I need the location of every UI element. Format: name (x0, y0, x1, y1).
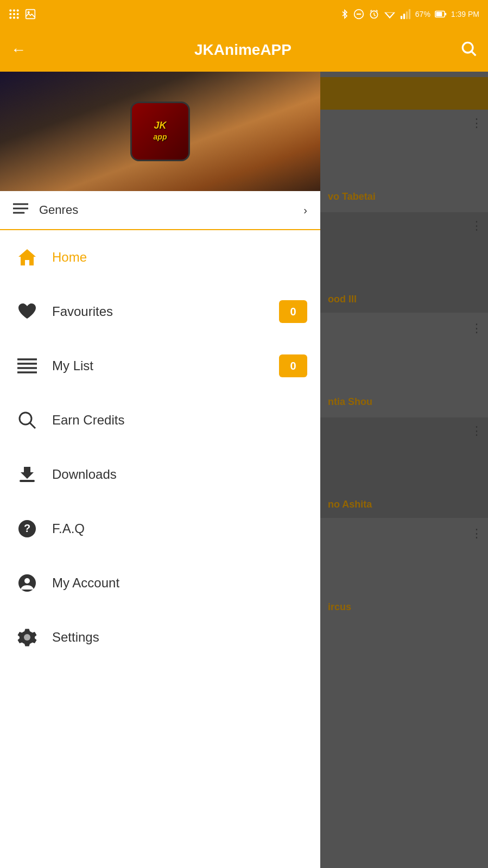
svg-line-35 (30, 423, 35, 428)
heart-icon (13, 297, 41, 326)
svg-point-6 (9, 17, 11, 19)
sidebar-item-earncredits-label: Earn Credits (52, 413, 307, 428)
svg-text:?: ? (24, 522, 30, 534)
status-left (9, 9, 36, 20)
settings-icon (13, 623, 41, 651)
svg-point-7 (13, 17, 15, 19)
earncredits-icon (13, 406, 41, 434)
sidebar-item-myaccount-label: My Account (52, 575, 307, 591)
svg-rect-18 (401, 16, 402, 19)
genres-label: Genres (39, 203, 303, 217)
sidebar-item-myaccount[interactable]: My Account (0, 556, 320, 610)
top-bar: ← JKAnimeAPP (0, 28, 488, 72)
svg-marker-36 (21, 467, 34, 479)
svg-point-34 (20, 413, 31, 425)
svg-point-8 (17, 17, 19, 19)
genres-arrow: › (303, 204, 307, 217)
svg-point-3 (9, 13, 11, 15)
svg-rect-19 (403, 14, 405, 19)
image-icon (25, 9, 36, 20)
svg-rect-21 (409, 9, 410, 19)
right-content: ⋮ vo Tabetai ⋮ ood III ⋮ ntia Shou ⋮ no … (320, 72, 488, 868)
faq-icon: ? (13, 515, 41, 543)
genres-icon (13, 202, 28, 218)
svg-point-0 (9, 9, 11, 11)
sidebar-item-faq-label: F.A.Q (52, 521, 307, 536)
back-button[interactable]: ← (11, 41, 26, 59)
svg-rect-9 (26, 10, 35, 19)
search-button[interactable] (460, 40, 477, 61)
svg-line-15 (374, 15, 376, 16)
sidebar-item-earncredits[interactable]: Earn Credits (0, 393, 320, 447)
sidebar-item-settings-label: Settings (52, 630, 307, 645)
svg-line-26 (472, 52, 476, 55)
sidebar-item-favourites-label: Favourites (52, 304, 279, 319)
sidebar-item-favourites[interactable]: Favourites 0 (0, 284, 320, 339)
sidebar-item-mylist-label: My List (52, 358, 279, 373)
myaccount-icon (13, 569, 41, 597)
mylist-badge: 0 (279, 354, 307, 377)
app-title: JKAnimeAPP (37, 41, 449, 59)
sidebar-item-settings[interactable]: Settings (0, 610, 320, 664)
battery-icon (435, 10, 447, 18)
svg-point-4 (13, 13, 15, 15)
svg-rect-20 (406, 11, 408, 19)
svg-point-2 (17, 9, 19, 11)
svg-rect-23 (436, 12, 442, 16)
svg-point-25 (462, 42, 473, 53)
bluetooth-icon (340, 9, 349, 20)
svg-rect-24 (445, 13, 446, 16)
sidebar-item-downloads-label: Downloads (52, 467, 307, 482)
svg-point-41 (24, 578, 30, 584)
sidebar-item-home[interactable]: Home (0, 230, 320, 284)
battery-percent: 67% (415, 10, 430, 18)
status-bar: 67% 1:39 PM (0, 0, 488, 28)
time-display: 1:39 PM (451, 10, 479, 18)
grid-icon (9, 9, 20, 20)
wifi-icon (384, 9, 396, 20)
genres-item[interactable]: Genres › (0, 191, 320, 230)
sidebar: JKapp Genres › Home (0, 72, 320, 868)
sidebar-item-faq[interactable]: ? F.A.Q (0, 502, 320, 556)
dim-overlay[interactable] (320, 72, 488, 868)
sidebar-banner: JKapp (0, 72, 320, 191)
sidebar-item-home-label: Home (52, 250, 307, 265)
main-layout: JKapp Genres › Home (0, 72, 488, 868)
svg-point-5 (17, 13, 19, 15)
favourites-badge: 0 (279, 300, 307, 323)
signal-icon (400, 9, 411, 20)
list-icon (13, 352, 41, 380)
app-logo: JKapp (130, 102, 190, 161)
sidebar-item-mylist[interactable]: My List 0 (0, 339, 320, 393)
minus-icon (353, 9, 364, 20)
status-right: 67% 1:39 PM (340, 9, 479, 20)
download-icon (13, 460, 41, 489)
svg-point-43 (24, 634, 30, 641)
svg-point-1 (13, 9, 15, 11)
sidebar-item-downloads[interactable]: Downloads (0, 447, 320, 502)
svg-rect-37 (20, 480, 35, 482)
home-icon (13, 243, 41, 271)
alarm-icon (369, 9, 379, 20)
